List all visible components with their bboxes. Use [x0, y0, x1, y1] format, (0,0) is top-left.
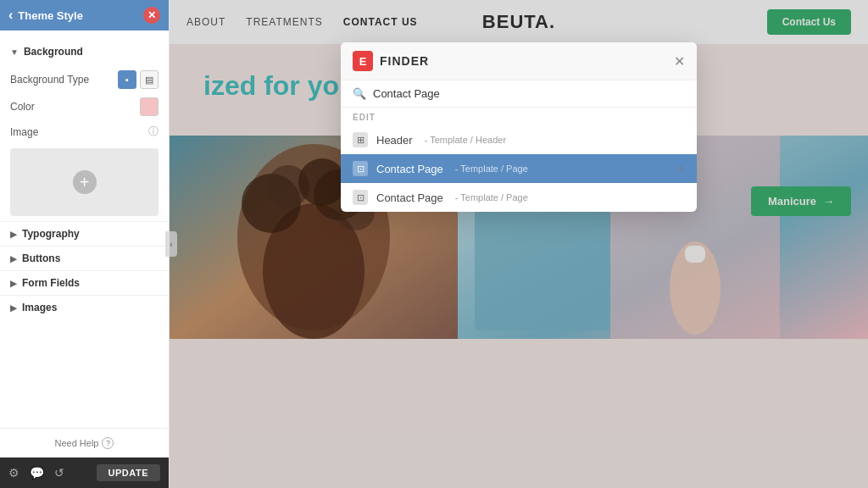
finder-close-button[interactable]: ✕	[674, 53, 685, 69]
panel-footer[interactable]: Need Help ?	[0, 428, 169, 458]
images-label: Images	[22, 302, 57, 313]
bottom-bar: ⚙ 💬 ↺ UPDATE	[0, 458, 169, 488]
finder-item-contact-page-1[interactable]: ⊡ Contact Page - Template / Page ↖	[341, 154, 697, 183]
update-button[interactable]: UPDATE	[97, 464, 160, 481]
help-icon: ?	[102, 437, 114, 449]
finder-header: E FINDER ✕	[341, 42, 697, 80]
finder-search-input[interactable]	[373, 87, 685, 100]
background-label: Background	[24, 46, 83, 58]
background-arrow-icon: ▼	[10, 47, 19, 57]
history-icon[interactable]: ↺	[54, 466, 64, 480]
finder-title: FINDER	[380, 54, 429, 68]
finder-item-header[interactable]: ⊞ Header - Template / Header	[341, 125, 697, 154]
bg-type-solid-btn[interactable]: ▪	[118, 70, 136, 89]
finder-item-contact-1-label: Contact Page	[376, 163, 443, 175]
buttons-arrow-icon: ▶	[10, 254, 17, 263]
bg-type-gradient-btn[interactable]: ▤	[140, 70, 159, 89]
finder-item-contact-2-label: Contact Page	[376, 191, 443, 204]
settings-icon[interactable]: ⚙	[8, 466, 19, 480]
images-arrow-icon: ▶	[10, 303, 17, 313]
main-content: ABOUT TREATMENTS CONTACT US BEUTA. Conta…	[170, 0, 868, 488]
finder-item-header-sub: - Template / Header	[425, 135, 506, 145]
finder-search-icon: 🔍	[353, 87, 366, 100]
color-swatch[interactable]	[140, 97, 159, 116]
comment-icon[interactable]: 💬	[30, 466, 44, 480]
finder-item-contact-1-sub: - Template / Page	[455, 164, 528, 174]
form-fields-arrow-icon: ▶	[10, 279, 17, 288]
background-section-title[interactable]: ▼ Background	[10, 42, 159, 61]
finder-item-contact-2-sub: - Template / Page	[455, 192, 528, 202]
buttons-section[interactable]: ▶ Buttons	[0, 246, 169, 270]
finder-item-contact-1-icon: ⊡	[353, 161, 368, 176]
finder-item-contact-page-2[interactable]: ⊡ Contact Page - Template / Page	[341, 183, 697, 212]
help-text: Need Help	[55, 438, 99, 448]
image-preview[interactable]: +	[10, 148, 159, 216]
typography-arrow-icon: ▶	[10, 230, 17, 239]
finder-logo: E	[353, 51, 373, 71]
typography-section[interactable]: ▶ Typography	[0, 221, 169, 246]
add-image-icon: +	[73, 170, 97, 194]
image-label: Image	[10, 126, 38, 138]
panel-header-left: ‹ Theme Style	[8, 8, 83, 23]
finder-item-header-label: Header	[376, 134, 413, 147]
background-type-label: Background Type	[10, 74, 89, 86]
form-fields-section[interactable]: ▶ Form Fields	[0, 270, 169, 295]
panel-title: Theme Style	[18, 9, 83, 22]
buttons-label: Buttons	[22, 252, 60, 264]
finder-header-left: E FINDER	[353, 51, 429, 71]
color-field: Color	[0, 93, 169, 120]
finder-item-contact-2-icon: ⊡	[353, 190, 368, 205]
image-field: Image ⓘ	[0, 120, 169, 143]
form-fields-label: Form Fields	[22, 277, 80, 289]
panel-back-button[interactable]: ‹	[8, 8, 13, 23]
image-info-icon: ⓘ	[148, 125, 159, 139]
left-panel: ‹ Theme Style ✕ ▼ Background Background …	[0, 0, 170, 488]
color-label: Color	[10, 101, 35, 113]
finder-search-bar: 🔍	[341, 80, 697, 108]
modal-overlay: E FINDER ✕ 🔍 EDIT ⊞ Header - Template / …	[170, 0, 868, 488]
cursor-icon: ↖	[678, 164, 685, 174]
background-type-field: Background Type ▪ ▤	[0, 66, 169, 93]
typography-label: Typography	[22, 228, 80, 240]
finder-section-label: EDIT	[341, 108, 697, 125]
background-section: ▼ Background	[0, 37, 169, 66]
finder-item-header-icon: ⊞	[353, 132, 368, 147]
panel-header: ‹ Theme Style ✕	[0, 0, 169, 30]
panel-body: ▼ Background Background Type ▪ ▤ Color I…	[0, 30, 169, 428]
panel-close-button[interactable]: ✕	[143, 7, 160, 24]
finder-modal: E FINDER ✕ 🔍 EDIT ⊞ Header - Template / …	[341, 42, 697, 212]
background-type-controls: ▪ ▤	[118, 70, 159, 89]
images-section[interactable]: ▶ Images	[0, 295, 169, 319]
